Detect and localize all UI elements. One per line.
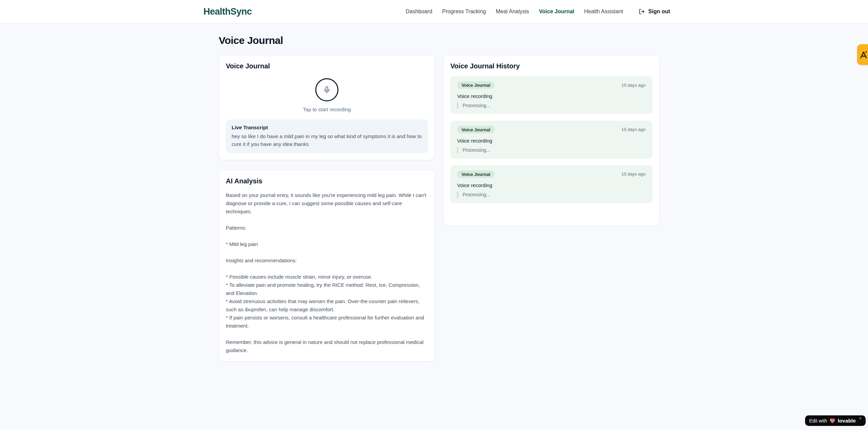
side-widget-button[interactable] xyxy=(857,44,868,65)
entry-title: Voice recording xyxy=(457,182,646,188)
close-icon[interactable]: × xyxy=(859,416,862,421)
record-button[interactable] xyxy=(315,78,338,101)
entry-title: Voice recording xyxy=(457,138,646,144)
sign-out-button[interactable]: Sign out xyxy=(639,9,670,15)
entry-type-badge: Voice Journal xyxy=(457,126,495,133)
nav-item-health-assistant[interactable]: Health Assistant xyxy=(584,9,623,15)
entry-processing-status: Processing... xyxy=(457,192,646,198)
history-entry[interactable]: Voice Journal 15 days ago Voice recordin… xyxy=(450,165,652,203)
heart-icon xyxy=(830,418,835,424)
lovable-badge-prefix: Edit with xyxy=(809,418,827,424)
lovable-badge[interactable]: Edit with lovable × xyxy=(805,415,866,426)
live-transcript-title: Live Transcript xyxy=(232,125,422,130)
ai-analysis-card: AI Analysis Based on your journal entry,… xyxy=(219,170,435,362)
entry-title: Voice recording xyxy=(457,93,646,99)
ai-analysis-title: AI Analysis xyxy=(226,177,428,185)
nav-item-meal-analysis[interactable]: Meal Analysis xyxy=(496,9,529,15)
entry-timestamp: 15 days ago xyxy=(621,127,646,132)
entry-timestamp: 15 days ago xyxy=(621,171,646,177)
sign-out-icon xyxy=(639,9,645,15)
nav-item-progress-tracking[interactable]: Progress Tracking xyxy=(442,9,486,15)
entry-processing-status: Processing... xyxy=(457,102,646,109)
brand-logo[interactable]: HealthSync xyxy=(203,6,252,17)
primary-nav: Dashboard Progress Tracking Meal Analysi… xyxy=(406,9,670,15)
voice-recorder-card: Voice Journal Tap to start recording xyxy=(219,55,435,160)
live-transcript-box: Live Transcript hey so like I do have a … xyxy=(226,119,428,153)
ai-analysis-text: Based on your journal entry, it sounds l… xyxy=(226,191,428,354)
entry-type-badge: Voice Journal xyxy=(457,170,495,178)
entry-processing-status: Processing... xyxy=(457,147,646,153)
live-transcript-text: hey so like I do have a mild pain in my … xyxy=(232,133,422,148)
main-content: Voice Journal Voice Journal xyxy=(219,23,660,362)
top-nav-bar: HealthSync Dashboard Progress Tracking M… xyxy=(0,0,868,23)
record-hint: Tap to start recording xyxy=(303,106,351,112)
entry-type-badge: Voice Journal xyxy=(457,81,495,89)
sign-out-label: Sign out xyxy=(648,9,670,15)
history-entry[interactable]: Voice Journal 15 days ago Voice recordin… xyxy=(450,76,652,114)
history-card-title: Voice Journal History xyxy=(450,62,652,70)
microphone-icon xyxy=(323,86,331,94)
lambda-logo-icon xyxy=(859,50,868,59)
lovable-badge-brand: lovable xyxy=(838,418,856,424)
nav-item-dashboard[interactable]: Dashboard xyxy=(406,9,432,15)
history-entry[interactable]: Voice Journal 15 days ago Voice recordin… xyxy=(450,121,652,159)
page-title: Voice Journal xyxy=(219,35,660,46)
entry-timestamp: 15 days ago xyxy=(621,83,646,88)
nav-item-voice-journal[interactable]: Voice Journal xyxy=(539,9,574,15)
recorder-card-title: Voice Journal xyxy=(226,62,428,70)
voice-journal-history-card: Voice Journal History Voice Journal 15 d… xyxy=(443,55,660,226)
